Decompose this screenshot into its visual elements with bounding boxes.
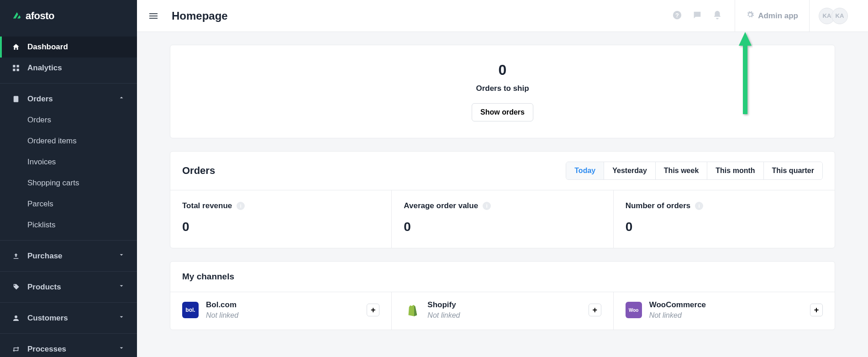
gear-icon — [746, 10, 754, 21]
tab-this-quarter[interactable]: This quarter — [763, 162, 822, 179]
main: Homepage ? Admin app — [137, 0, 868, 357]
tag-icon — [12, 283, 20, 291]
channel-name: WooCommerce — [649, 300, 803, 310]
sidebar-item-products[interactable]: Products — [0, 276, 137, 298]
divider — [0, 333, 137, 334]
metric-avg-order-value: Average order value i 0 — [391, 190, 613, 248]
chevron-down-icon — [118, 313, 125, 323]
chevron-down-icon — [118, 282, 125, 292]
orders-range-tabs: Today Yesterday This week This month Thi… — [566, 162, 823, 180]
svg-rect-0 — [13, 65, 15, 67]
brand-name: afosto — [26, 10, 54, 22]
channel-woocommerce: Woo WooCommerce Not linked + — [613, 292, 835, 330]
channel-status: Not linked — [427, 311, 581, 320]
divider — [0, 240, 137, 241]
sidebar-item-processes[interactable]: Processes — [0, 338, 137, 357]
question-circle-icon: ? — [672, 10, 682, 22]
sidebar-sub-picklists[interactable]: Picklists — [0, 215, 137, 236]
metric-number-of-orders: Number of orders i 0 — [613, 190, 835, 248]
add-channel-button[interactable]: + — [367, 304, 379, 316]
channel-name: Shopify — [427, 300, 581, 310]
user-icon — [12, 314, 20, 322]
ship-count: 0 — [187, 62, 818, 79]
page-title: Homepage — [172, 10, 228, 22]
metric-value: 0 — [182, 220, 379, 234]
home-icon — [12, 43, 20, 51]
show-orders-button[interactable]: Show orders — [472, 103, 533, 121]
logo-mark-icon — [12, 11, 22, 21]
clipboard-icon — [12, 95, 20, 103]
chevron-down-icon — [118, 251, 125, 261]
tab-today[interactable]: Today — [566, 162, 604, 179]
ship-label: Orders to ship — [187, 84, 818, 93]
sidebar-item-label: Processes — [27, 345, 66, 354]
svg-text:?: ? — [675, 11, 679, 18]
notifications-button[interactable] — [707, 6, 727, 26]
tab-this-week[interactable]: This week — [655, 162, 707, 179]
svg-rect-1 — [17, 65, 19, 67]
sidebar-orders-submenu: Orders Ordered items Invoices Shopping c… — [0, 110, 137, 236]
divider — [0, 302, 137, 303]
bell-icon — [712, 10, 722, 22]
channel-shopify: Shopify Not linked + — [391, 292, 613, 330]
sidebar-sub-ordered-items[interactable]: Ordered items — [0, 131, 137, 152]
bol-logo-icon: bol. — [182, 302, 199, 318]
channel-bol: bol. Bol.com Not linked + — [170, 292, 391, 330]
brand-logo[interactable]: afosto — [0, 0, 137, 32]
woocommerce-logo-icon: Woo — [626, 302, 642, 318]
svg-rect-2 — [13, 69, 15, 71]
help-button[interactable]: ? — [667, 6, 687, 26]
orders-to-ship-card: 0 Orders to ship Show orders — [170, 45, 835, 138]
sidebar-sub-orders[interactable]: Orders — [0, 110, 137, 131]
grid-icon — [12, 64, 20, 72]
info-icon[interactable]: i — [695, 202, 703, 210]
metric-value: 0 — [404, 220, 601, 234]
metric-label: Total revenue — [182, 201, 232, 210]
metric-value: 0 — [626, 220, 823, 234]
topbar: Homepage ? Admin app — [137, 0, 868, 32]
divider — [0, 83, 137, 84]
sidebar-item-orders[interactable]: Orders — [0, 88, 137, 110]
sidebar-sub-invoices[interactable]: Invoices — [0, 152, 137, 173]
svg-rect-3 — [17, 69, 19, 71]
shopify-logo-icon — [404, 302, 420, 318]
channel-status: Not linked — [649, 311, 803, 320]
sidebar-item-label: Orders — [27, 94, 53, 104]
sidebar-sub-parcels[interactable]: Parcels — [0, 194, 137, 215]
tab-this-month[interactable]: This month — [707, 162, 763, 179]
sidebar-item-label: Customers — [27, 314, 68, 323]
sidebar-item-label: Dashboard — [27, 42, 68, 52]
sidebar: afosto Dashboard Analytics Orders — [0, 0, 137, 357]
channel-status: Not linked — [206, 311, 359, 320]
chat-button[interactable] — [687, 6, 707, 26]
menu-button[interactable] — [148, 10, 159, 21]
avatar[interactable]: KA — [831, 8, 848, 24]
content: 0 Orders to ship Show orders Orders Toda… — [137, 32, 868, 357]
sidebar-sub-shopping-carts[interactable]: Shopping carts — [0, 173, 137, 194]
sidebar-item-label: Analytics — [27, 63, 62, 73]
user-avatars[interactable]: KA KA — [809, 0, 857, 31]
channels-card: My channels bol. Bol.com Not linked + — [170, 261, 835, 330]
sidebar-item-dashboard[interactable]: Dashboard — [0, 37, 137, 58]
chevron-down-icon — [118, 344, 125, 354]
sidebar-item-analytics[interactable]: Analytics — [0, 58, 137, 79]
add-channel-button[interactable]: + — [810, 304, 823, 316]
orders-card: Orders Today Yesterday This week This mo… — [170, 151, 835, 248]
metric-label: Average order value — [404, 201, 478, 210]
tab-yesterday[interactable]: Yesterday — [604, 162, 655, 179]
divider — [0, 271, 137, 272]
admin-app-label: Admin app — [758, 11, 798, 21]
metric-label: Number of orders — [626, 201, 691, 210]
sidebar-item-customers[interactable]: Customers — [0, 307, 137, 329]
info-icon[interactable]: i — [237, 202, 245, 210]
add-channel-button[interactable]: + — [589, 304, 601, 316]
chevron-up-icon — [118, 94, 125, 104]
sidebar-nav: Dashboard Analytics Orders Orders — [0, 32, 137, 357]
sidebar-item-label: Purchase — [27, 252, 63, 261]
info-icon[interactable]: i — [483, 202, 491, 210]
orders-title: Orders — [182, 165, 215, 177]
chat-icon — [692, 10, 702, 22]
download-box-icon — [12, 252, 20, 260]
admin-app-link[interactable]: Admin app — [735, 0, 809, 31]
sidebar-item-purchase[interactable]: Purchase — [0, 245, 137, 267]
